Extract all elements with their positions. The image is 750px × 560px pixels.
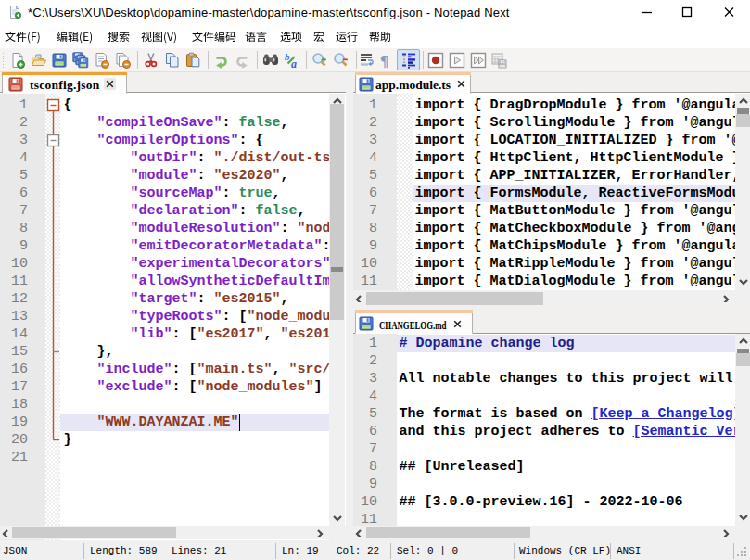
svg-text:¶: ¶	[380, 52, 388, 69]
